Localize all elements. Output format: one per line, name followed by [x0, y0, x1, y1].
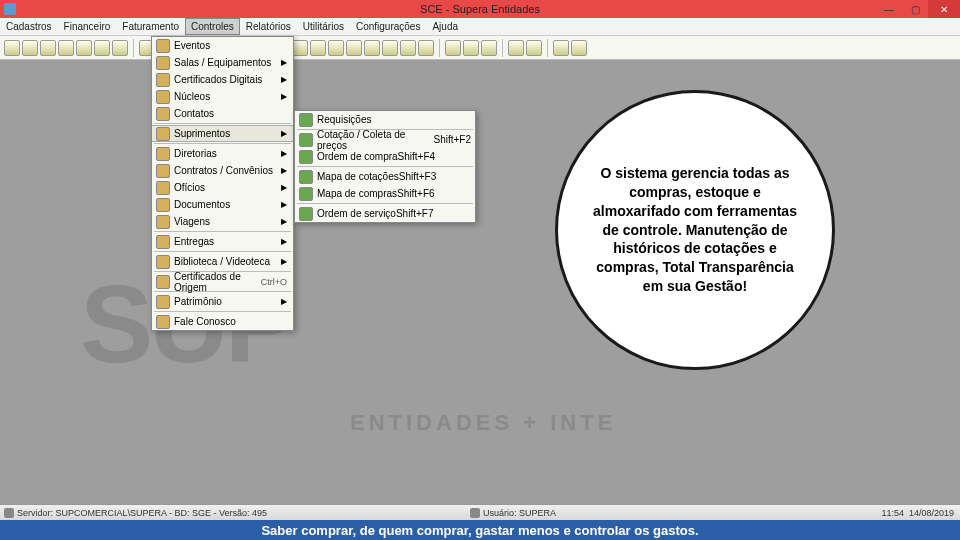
- menu-item[interactable]: Documentos▶: [152, 196, 293, 213]
- menu-controles[interactable]: Controles: [185, 18, 240, 35]
- menu-item[interactable]: Viagens▶: [152, 213, 293, 230]
- menu-icon: [156, 127, 170, 141]
- menu-label: Ofícios: [174, 182, 205, 193]
- toolbar-icon[interactable]: [418, 40, 434, 56]
- toolbar-icon[interactable]: [571, 40, 587, 56]
- submenu-label: Requisições: [317, 114, 371, 125]
- menu-icon: [156, 215, 170, 229]
- toolbar-icon[interactable]: [400, 40, 416, 56]
- menu-icon: [156, 107, 170, 121]
- menu-item[interactable]: Diretorias▶: [152, 145, 293, 162]
- menu-label: Suprimentos: [174, 128, 230, 139]
- menu-label: Patrimônio: [174, 296, 222, 307]
- status-time: 11:54: [881, 508, 904, 518]
- menu-item[interactable]: Fale Conosco: [152, 313, 293, 330]
- menu-label: Certificados Digitais: [174, 74, 262, 85]
- submenu-label: Cotação / Coleta de preços: [317, 129, 433, 151]
- menu-item[interactable]: Entregas▶: [152, 233, 293, 250]
- menu-configuracoes[interactable]: Configurações: [350, 18, 426, 35]
- toolbar-icon[interactable]: [94, 40, 110, 56]
- toolbar-icon[interactable]: [481, 40, 497, 56]
- menu-icon: [156, 315, 170, 329]
- menu-icon: [299, 170, 313, 184]
- toolbar-icon[interactable]: [58, 40, 74, 56]
- menu-icon: [156, 147, 170, 161]
- menu-icon: [299, 133, 313, 147]
- menubar: Cadastros Financeiro Faturamento Control…: [0, 18, 960, 36]
- menu-icon: [156, 235, 170, 249]
- toolbar-icon[interactable]: [553, 40, 569, 56]
- menu-item[interactable]: Núcleos▶: [152, 88, 293, 105]
- toolbar-icon[interactable]: [526, 40, 542, 56]
- toolbar-icon[interactable]: [310, 40, 326, 56]
- toolbar-icon[interactable]: [4, 40, 20, 56]
- submenu-label: Mapa de compras: [317, 188, 397, 199]
- callout-bubble: O sistema gerencia todas as compras, est…: [555, 90, 835, 370]
- menu-item[interactable]: Salas / Equipamentos▶: [152, 54, 293, 71]
- toolbar-icon[interactable]: [328, 40, 344, 56]
- menu-relatorios[interactable]: Relatórios: [240, 18, 297, 35]
- menu-label: Núcleos: [174, 91, 210, 102]
- toolbar-icon[interactable]: [463, 40, 479, 56]
- menu-financeiro[interactable]: Financeiro: [58, 18, 117, 35]
- menu-item[interactable]: Certificados de OrigemCtrl+O: [152, 273, 293, 290]
- menu-item[interactable]: Contatos: [152, 105, 293, 122]
- submenu-item[interactable]: Mapa de comprasShift+F6: [295, 185, 475, 202]
- status-user: Usuário: SUPERA: [483, 508, 556, 518]
- toolbar-icon[interactable]: [292, 40, 308, 56]
- menu-label: Documentos: [174, 199, 230, 210]
- menu-icon: [156, 90, 170, 104]
- chevron-right-icon: ▶: [281, 58, 287, 67]
- menu-icon: [156, 255, 170, 269]
- dropdown-controles: EventosSalas / Equipamentos▶Certificados…: [151, 36, 294, 331]
- toolbar-icon[interactable]: [445, 40, 461, 56]
- menu-label: Contratos / Convênios: [174, 165, 273, 176]
- titlebar: SCE - Supera Entidades — ▢ ✕: [0, 0, 960, 18]
- toolbar-icon[interactable]: [40, 40, 56, 56]
- menu-label: Viagens: [174, 216, 210, 227]
- close-button[interactable]: ✕: [928, 0, 960, 18]
- submenu-item[interactable]: Requisições: [295, 111, 475, 128]
- menu-item[interactable]: Biblioteca / Videoteca▶: [152, 253, 293, 270]
- callout-text: O sistema gerencia todas as compras, est…: [588, 164, 802, 296]
- menu-ajuda[interactable]: Ajuda: [426, 18, 464, 35]
- chevron-right-icon: ▶: [281, 200, 287, 209]
- chevron-right-icon: ▶: [281, 149, 287, 158]
- menu-icon: [156, 181, 170, 195]
- minimize-button[interactable]: —: [876, 0, 902, 18]
- chevron-right-icon: ▶: [281, 129, 287, 138]
- submenu-item[interactable]: Ordem de compraShift+F4: [295, 148, 475, 165]
- toolbar-icon[interactable]: [112, 40, 128, 56]
- toolbar-icon[interactable]: [382, 40, 398, 56]
- menu-utilitarios[interactable]: Utilitários: [297, 18, 350, 35]
- menu-item[interactable]: Ofícios▶: [152, 179, 293, 196]
- menu-item[interactable]: Eventos: [152, 37, 293, 54]
- submenu-item[interactable]: Ordem de serviçoShift+F7: [295, 205, 475, 222]
- menu-item[interactable]: Contratos / Convênios▶: [152, 162, 293, 179]
- window-title: SCE - Supera Entidades: [420, 3, 540, 15]
- menu-icon: [156, 56, 170, 70]
- menu-faturamento[interactable]: Faturamento: [116, 18, 185, 35]
- toolbar-icon[interactable]: [22, 40, 38, 56]
- toolbar-icon[interactable]: [346, 40, 362, 56]
- menu-label: Contatos: [174, 108, 214, 119]
- toolbar-icon[interactable]: [508, 40, 524, 56]
- menu-label: Diretorias: [174, 148, 217, 159]
- submenu-item[interactable]: Mapa de cotaçõesShift+F3: [295, 168, 475, 185]
- app-icon: [4, 3, 16, 15]
- maximize-button[interactable]: ▢: [902, 0, 928, 18]
- toolbar-icon[interactable]: [364, 40, 380, 56]
- menu-item[interactable]: Certificados Digitais▶: [152, 71, 293, 88]
- user-icon: [470, 508, 480, 518]
- submenu-item[interactable]: Cotação / Coleta de preçosShift+F2: [295, 131, 475, 148]
- menu-icon: [156, 39, 170, 53]
- menu-label: Entregas: [174, 236, 214, 247]
- chevron-right-icon: ▶: [281, 92, 287, 101]
- menu-cadastros[interactable]: Cadastros: [0, 18, 58, 35]
- menu-item[interactable]: Suprimentos▶: [152, 125, 293, 142]
- submenu-label: Ordem de serviço: [317, 208, 396, 219]
- toolbar-icon[interactable]: [76, 40, 92, 56]
- statusbar: Servidor: SUPCOMERCIAL\SUPERA - BD: SGE …: [0, 504, 960, 520]
- menu-icon: [299, 150, 313, 164]
- menu-item[interactable]: Patrimônio▶: [152, 293, 293, 310]
